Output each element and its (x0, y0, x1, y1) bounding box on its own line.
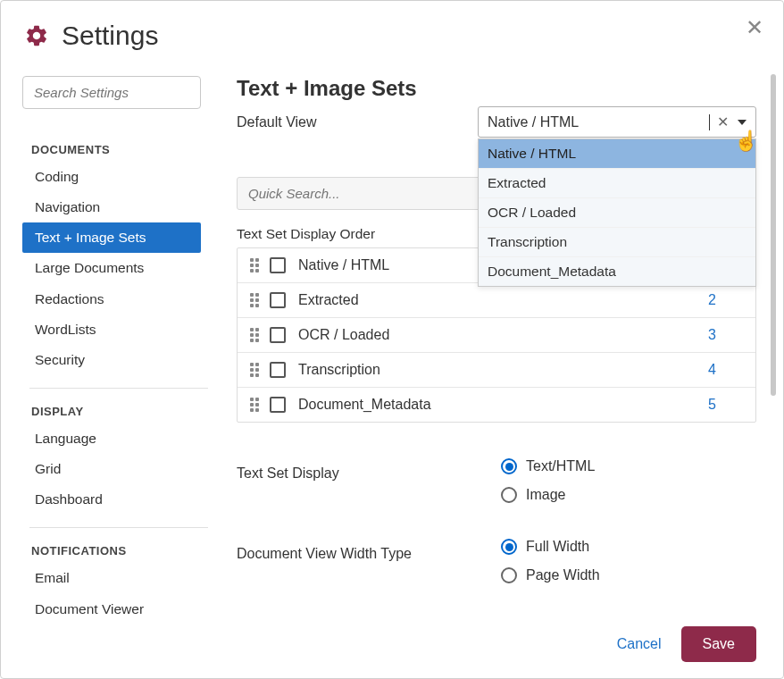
sidebar-item-wordlists[interactable]: WordLists (22, 314, 224, 345)
row-checkbox[interactable] (270, 327, 286, 343)
dialog-body: DOCUMENTSCodingNavigationText + Image Se… (1, 63, 783, 678)
sidebar-item-language[interactable]: Language (22, 423, 224, 454)
text-set-display-section: Text Set Display Text/HTMLImage (237, 458, 756, 503)
combo-icons: ✕ (717, 113, 746, 130)
drag-handle-icon[interactable] (250, 293, 259, 307)
order-row: OCR / Loaded3 (238, 318, 755, 353)
radio-icon (501, 487, 517, 503)
width-type-section: Document View Width Type Full WidthPage … (237, 539, 756, 583)
row-number: 4 (708, 362, 743, 378)
drag-handle-icon[interactable] (250, 328, 259, 342)
row-checkbox[interactable] (270, 292, 286, 308)
close-icon[interactable]: ✕ (746, 17, 763, 38)
cancel-button[interactable]: Cancel (617, 636, 662, 652)
section-label: DISPLAY (31, 405, 224, 418)
sidebar-item-navigation[interactable]: Navigation (22, 192, 224, 222)
save-button[interactable]: Save (681, 626, 756, 662)
radio-option[interactable]: Image (501, 487, 595, 503)
sidebar-item-grid[interactable]: Grid (22, 454, 224, 484)
nav-list: CodingNavigationText + Image SetsLarge D… (22, 162, 224, 375)
sidebar-item-redactions[interactable]: Redactions (22, 284, 224, 314)
row-number: 3 (708, 327, 743, 343)
row-number: 2 (708, 292, 743, 308)
dropdown-option[interactable]: Transcription (479, 228, 755, 257)
radio-label: Full Width (526, 539, 589, 555)
sidebar: DOCUMENTSCodingNavigationText + Image Se… (1, 63, 224, 678)
chevron-down-icon[interactable] (738, 120, 746, 125)
dropdown-option[interactable]: Document_Metadata (479, 257, 755, 286)
row-label: Document_Metadata (298, 397, 708, 413)
row-checkbox[interactable] (270, 257, 286, 273)
default-view-label: Default View (237, 114, 478, 130)
sidebar-item-dashboard[interactable]: Dashboard (22, 484, 224, 515)
nav-list: EmailDocument Viewer (22, 563, 224, 624)
radio-option[interactable]: Text/HTML (501, 458, 595, 474)
text-set-display-group: Text/HTMLImage (501, 458, 595, 503)
sidebar-item-security[interactable]: Security (22, 345, 224, 375)
order-row: Document_Metadata5 (238, 388, 755, 422)
text-set-display-label: Text Set Display (237, 458, 501, 482)
drag-handle-icon[interactable] (250, 398, 259, 412)
sidebar-item-email[interactable]: Email (22, 563, 224, 593)
dropdown-option[interactable]: Extracted (479, 169, 755, 198)
radio-icon (501, 458, 517, 474)
combo-clear-icon[interactable]: ✕ (717, 113, 729, 130)
width-type-label: Document View Width Type (237, 539, 501, 562)
default-view-value: Native / HTML (488, 114, 710, 130)
row-label: Transcription (298, 362, 708, 378)
row-checkbox[interactable] (270, 362, 286, 378)
gear-icon (24, 23, 49, 48)
main-panel: Text + Image Sets Default View Native / … (224, 63, 783, 678)
radio-icon (501, 539, 517, 555)
radio-label: Page Width (526, 567, 600, 583)
drag-handle-icon[interactable] (250, 363, 259, 377)
default-view-row: Default View Native / HTML ✕ ☝️ Native /… (237, 106, 756, 138)
nav-list: LanguageGridDashboard (22, 423, 224, 515)
radio-icon (501, 567, 517, 583)
dialog-header: Settings (1, 1, 783, 62)
row-label: Extracted (298, 292, 708, 308)
sidebar-item-text-image-sets[interactable]: Text + Image Sets (22, 222, 201, 253)
default-view-combo-wrap: Native / HTML ✕ ☝️ Native / HTMLExtracte… (478, 106, 756, 138)
width-type-group: Full WidthPage Width (501, 539, 600, 583)
divider (29, 527, 208, 528)
order-row: Extracted2 (238, 283, 755, 318)
radio-label: Text/HTML (526, 458, 595, 474)
order-row: Transcription4 (238, 353, 755, 388)
section-label: NOTIFICATIONS (31, 544, 224, 557)
sidebar-sections: DOCUMENTSCodingNavigationText + Image Se… (22, 143, 224, 625)
radio-option[interactable]: Full Width (501, 539, 600, 555)
radio-label: Image (526, 487, 565, 503)
radio-option[interactable]: Page Width (501, 567, 600, 583)
dropdown-option[interactable]: Native / HTML (479, 139, 755, 169)
page-title: Text + Image Sets (237, 76, 756, 101)
default-view-combo[interactable]: Native / HTML ✕ (478, 106, 756, 138)
dialog-title: Settings (62, 21, 158, 51)
row-label: OCR / Loaded (298, 327, 708, 343)
default-view-dropdown: Native / HTMLExtractedOCR / LoadedTransc… (478, 138, 756, 287)
search-settings-input[interactable] (22, 76, 201, 109)
section-label: DOCUMENTS (31, 143, 224, 156)
drag-handle-icon[interactable] (250, 258, 259, 272)
sidebar-item-document-viewer[interactable]: Document Viewer (22, 594, 224, 625)
row-checkbox[interactable] (270, 397, 286, 413)
settings-dialog: Settings ✕ DOCUMENTSCodingNavigationText… (0, 0, 784, 679)
sidebar-item-coding[interactable]: Coding (22, 162, 224, 192)
dropdown-option[interactable]: OCR / Loaded (479, 198, 755, 228)
divider (29, 388, 208, 389)
sidebar-item-large-documents[interactable]: Large Documents (22, 253, 224, 283)
row-number: 5 (708, 397, 743, 413)
dialog-footer: Cancel Save (617, 626, 756, 662)
